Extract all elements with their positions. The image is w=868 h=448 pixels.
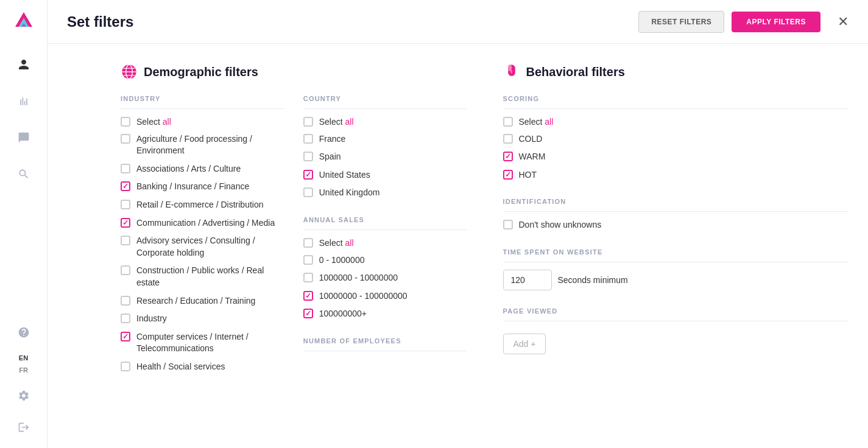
list-item[interactable]: 10000000 - 100000000 <box>303 290 467 303</box>
apply-filters-button[interactable]: APPLY FILTERS <box>732 12 820 32</box>
checkbox[interactable] <box>121 164 130 173</box>
annual-sales-items-list: 0 - 1000000 1000000 - 10000000 10000000 … <box>303 254 467 320</box>
scoring-select-all-checkbox[interactable] <box>503 117 513 127</box>
checkbox[interactable] <box>503 170 513 180</box>
list-item[interactable]: 100000000+ <box>303 308 467 320</box>
sidebar-item-help[interactable] <box>13 321 35 343</box>
industry-filter-group: INDUSTRY Select all Agriculture <box>121 95 284 379</box>
time-spent-label: TIME SPENT ON WEBSITE <box>503 248 849 256</box>
checkbox[interactable] <box>121 200 130 209</box>
checkbox[interactable] <box>121 218 130 228</box>
scoring-select-all-row[interactable]: Select all <box>503 116 849 128</box>
checkbox-label: Research / Education / Training <box>136 295 255 307</box>
time-input-row: Seconds minimum <box>503 270 849 290</box>
checkbox[interactable] <box>303 187 313 197</box>
list-item[interactable]: Health / Social services <box>121 361 284 373</box>
list-item[interactable]: Spain <box>303 151 467 163</box>
checkbox-label: 10000000 - 100000000 <box>319 290 408 303</box>
checkbox-label: France <box>319 133 346 145</box>
annual-sales-select-all-row[interactable]: Select all <box>303 237 467 250</box>
list-item[interactable]: Research / Education / Training <box>121 295 284 307</box>
country-filter-group: COUNTRY Select all France <box>303 95 467 199</box>
checkbox-label: Associations / Arts / Culture <box>136 163 241 175</box>
svg-rect-10 <box>510 71 512 74</box>
checkbox[interactable] <box>121 181 130 191</box>
employees-label: NUMBER OF EMPLOYEES <box>303 337 467 345</box>
header: Set filters RESET FILTERS APPLY FILTERS … <box>48 0 868 44</box>
checkbox-label: WARM <box>519 151 546 163</box>
scoring-filter-group: SCORING Select all COLD WARM <box>503 95 849 181</box>
list-item[interactable]: Associations / Arts / Culture <box>121 163 284 175</box>
annual-sales-select-all-checkbox[interactable] <box>303 238 313 248</box>
identification-items-list: Don't show unknowns <box>503 219 849 231</box>
time-spent-suffix: Seconds minimum <box>558 275 628 285</box>
sidebar-item-settings[interactable] <box>13 385 35 407</box>
list-item[interactable]: Computer services / Internet / Telecommu… <box>121 331 284 355</box>
close-button[interactable]: ✕ <box>838 15 849 29</box>
list-item[interactable]: Communication / Advertising / Media <box>121 217 284 229</box>
list-item[interactable]: Construction / Public works / Real estat… <box>121 265 284 289</box>
page-viewed-filter-group: PAGE VIEWED Add + <box>503 307 849 354</box>
sidebar-item-messages[interactable] <box>13 127 35 149</box>
page-viewed-add-button[interactable]: Add + <box>503 334 546 354</box>
checkbox[interactable] <box>121 332 130 341</box>
list-item[interactable]: HOT <box>503 169 849 181</box>
industry-select-all-row[interactable]: Select all <box>121 116 284 128</box>
list-item[interactable]: Advisory services / Consulting / Corpora… <box>121 235 284 259</box>
checkbox[interactable] <box>121 265 130 275</box>
checkbox[interactable] <box>303 273 313 282</box>
industry-select-all-checkbox[interactable] <box>121 117 130 127</box>
checkbox[interactable] <box>503 134 513 144</box>
checkbox-label: Don't show unknowns <box>519 219 602 231</box>
sidebar-item-logout[interactable] <box>13 416 35 438</box>
time-spent-input[interactable] <box>503 270 552 290</box>
country-select-all-row[interactable]: Select all <box>303 116 467 128</box>
checkbox[interactable] <box>503 152 513 161</box>
checkbox[interactable] <box>303 152 313 161</box>
list-item[interactable]: United Kingdom <box>303 187 467 199</box>
checkbox[interactable] <box>303 309 313 318</box>
list-item[interactable]: Don't show unknowns <box>503 219 849 231</box>
list-item[interactable]: 0 - 1000000 <box>303 254 467 267</box>
list-item[interactable]: 1000000 - 10000000 <box>303 272 467 284</box>
list-item[interactable]: Agriculture / Food processing / Environm… <box>121 133 284 157</box>
sidebar-item-search[interactable] <box>13 163 35 185</box>
checkbox[interactable] <box>121 362 130 371</box>
checkbox-label: Industry <box>136 313 167 325</box>
list-item[interactable]: Retail / E-commerce / Distribution <box>121 199 284 211</box>
checkbox[interactable] <box>303 134 313 144</box>
checkbox[interactable] <box>121 296 130 306</box>
industry-select-all-label[interactable]: Select all <box>121 116 171 128</box>
checkbox[interactable] <box>303 255 313 265</box>
checkbox-label: Spain <box>319 151 341 163</box>
list-item[interactable]: COLD <box>503 133 849 145</box>
checkbox[interactable] <box>121 236 130 245</box>
list-item[interactable]: France <box>303 133 467 145</box>
logo[interactable] <box>12 10 36 34</box>
list-item[interactable]: United States <box>303 169 467 181</box>
checkbox-label: 100000000+ <box>319 308 367 320</box>
sidebar-item-contacts[interactable] <box>13 54 35 75</box>
checkbox[interactable] <box>303 291 313 301</box>
lang-fr[interactable]: FR <box>16 365 30 375</box>
main-panel: Set filters RESET FILTERS APPLY FILTERS … <box>48 0 868 448</box>
sidebar-item-analytics[interactable] <box>13 90 35 112</box>
checkbox-label: HOT <box>519 169 537 181</box>
checkbox-label: Health / Social services <box>136 361 225 373</box>
checkbox-label: Agriculture / Food processing / Environm… <box>136 133 284 157</box>
language-switcher: EN FR <box>16 353 30 375</box>
checkbox[interactable] <box>303 170 313 180</box>
lang-en[interactable]: EN <box>16 353 30 363</box>
country-label: COUNTRY <box>303 95 467 102</box>
industry-label: INDUSTRY <box>121 95 284 102</box>
checkbox[interactable] <box>121 313 130 323</box>
list-item[interactable]: Industry <box>121 313 284 325</box>
checkbox-label: Banking / Insurance / Finance <box>136 181 249 193</box>
list-item[interactable]: Banking / Insurance / Finance <box>121 181 284 193</box>
country-select-all-checkbox[interactable] <box>303 117 313 127</box>
checkbox[interactable] <box>121 134 130 144</box>
checkbox-label: United States <box>319 169 370 181</box>
list-item[interactable]: WARM <box>503 151 849 163</box>
checkbox[interactable] <box>503 220 513 229</box>
reset-filters-button[interactable]: RESET FILTERS <box>638 11 724 33</box>
